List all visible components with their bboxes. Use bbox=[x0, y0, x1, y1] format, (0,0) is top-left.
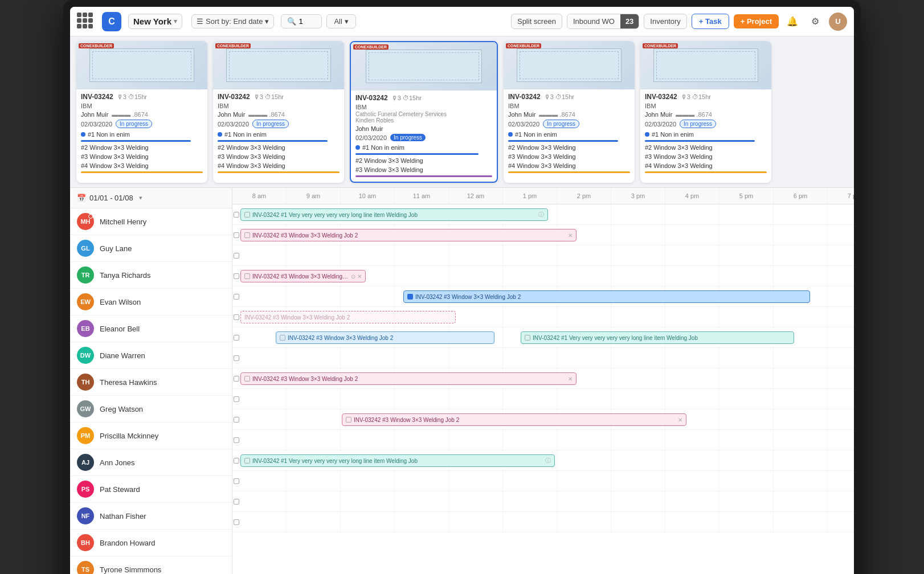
row-checkbox[interactable] bbox=[234, 458, 239, 464]
card-image: CONEXBUILDER bbox=[76, 41, 207, 89]
search-input[interactable] bbox=[299, 17, 316, 26]
sort-selector[interactable]: ☰ Sort by: End date ▾ bbox=[191, 14, 274, 28]
row-checkbox[interactable] bbox=[234, 376, 239, 382]
settings-button[interactable]: ⚙ bbox=[806, 13, 824, 31]
sidebar-person-item[interactable]: DW Diane Warren bbox=[70, 342, 232, 369]
timeline-cell bbox=[828, 348, 854, 368]
row-checkbox[interactable] bbox=[234, 232, 239, 238]
sidebar-person-item[interactable]: GW Greg Watson bbox=[70, 396, 232, 423]
add-project-button[interactable]: + Project bbox=[734, 14, 779, 28]
timeline-cell bbox=[503, 471, 557, 491]
location-label: New York bbox=[133, 17, 171, 26]
timeline-cell bbox=[232, 389, 287, 409]
task-item: #2 Window 3×3 Welding bbox=[218, 143, 340, 152]
row-checkbox[interactable] bbox=[234, 314, 239, 320]
sidebar-person-item[interactable]: GL Guy Lane bbox=[70, 235, 232, 262]
grid-menu-icon[interactable] bbox=[77, 13, 95, 31]
sidebar-person-item[interactable]: PS Pat Steward bbox=[70, 476, 232, 503]
sidebar-person-item[interactable]: BH Brandon Howard bbox=[70, 530, 232, 556]
timeline-cell bbox=[341, 389, 395, 409]
timeline-cell bbox=[719, 409, 774, 429]
sidebar-person-item[interactable]: TS Tyrone Simmmons bbox=[70, 556, 232, 574]
row-checkbox[interactable] bbox=[234, 355, 239, 361]
person-name: Eleanor Bell bbox=[100, 325, 140, 333]
timeline-cell bbox=[611, 389, 665, 409]
status-badge: In progress bbox=[252, 120, 289, 128]
row-checkbox[interactable] bbox=[234, 478, 239, 484]
timeline-cell bbox=[232, 491, 287, 511]
timeline-row: INV-03242 #3 Window 3×3 Welding Job 2INV… bbox=[232, 327, 854, 348]
person-avatar: BH bbox=[77, 534, 94, 551]
row-checkbox[interactable] bbox=[234, 253, 239, 259]
gantt-bar[interactable]: INV-03242 #3 Window 3×3 Welding Job 2✕ bbox=[240, 229, 577, 241]
timeline-cell bbox=[341, 245, 395, 265]
gantt-bar[interactable]: INV-03242 #1 Very very very very very lo… bbox=[521, 331, 794, 344]
person-avatar: EB bbox=[77, 320, 94, 337]
row-checkbox[interactable] bbox=[234, 437, 239, 443]
row-checkbox[interactable] bbox=[234, 519, 239, 525]
work-card[interactable]: CONEXBUILDER INV-03242 🎙3 ⏱15hr IBM John… bbox=[504, 41, 635, 183]
timeline-area[interactable]: 8 am9 am10 am11 am12 am1 pm2 pm3 pm4 pm5… bbox=[232, 188, 854, 574]
add-task-button[interactable]: + Task bbox=[692, 14, 729, 29]
user-avatar[interactable]: U bbox=[829, 13, 847, 31]
timeline-cell bbox=[665, 348, 719, 368]
person-avatar: DW bbox=[77, 347, 94, 364]
timeline-cell bbox=[557, 491, 611, 511]
row-checkbox[interactable] bbox=[234, 212, 239, 218]
notifications-button[interactable]: 🔔 bbox=[783, 13, 802, 31]
inventory-button[interactable]: Inventory bbox=[644, 14, 686, 29]
card-hours: 🎙3 ⏱15hr bbox=[391, 95, 422, 101]
sidebar-person-item[interactable]: EW Evan Wilson bbox=[70, 289, 232, 315]
gantt-bar[interactable]: INV-03242 #1 Very very very very very lo… bbox=[240, 208, 548, 221]
timeline-cell bbox=[395, 512, 449, 532]
row-checkbox[interactable] bbox=[234, 417, 239, 423]
gantt-bar[interactable]: INV-03242 #3 Window 3×3 Welding Job 2⊙ ✕ bbox=[240, 270, 366, 282]
sidebar-person-item[interactable]: NF Nathan Fisher bbox=[70, 503, 232, 530]
timeline-row bbox=[232, 245, 854, 266]
work-card[interactable]: CONEXBUILDER INV-03242 🎙3 ⏱15hr IBM John… bbox=[213, 41, 344, 183]
row-checkbox[interactable] bbox=[234, 335, 239, 341]
sidebar-person-item[interactable]: PM Priscilla Mckinney bbox=[70, 423, 232, 449]
timeline-cell bbox=[503, 245, 557, 265]
sidebar-person-item[interactable]: EB Eleanor Bell bbox=[70, 315, 232, 342]
work-card[interactable]: CONEXBUILDER INV-03242 🎙3 ⏱15hr IBM John… bbox=[76, 41, 207, 183]
split-screen-button[interactable]: Split screen bbox=[511, 14, 562, 29]
sidebar-person-item[interactable]: AJ Ann Jones bbox=[70, 449, 232, 476]
gantt-bar[interactable]: INV-03242 #3 Window 3×3 Welding Job 2 bbox=[276, 331, 494, 344]
gantt-bar[interactable]: INV-03242 #3 Window 3×3 Welding Job 2 bbox=[240, 311, 456, 323]
timeline-cell bbox=[287, 430, 341, 450]
card-date: 02/03/2020 bbox=[81, 121, 112, 128]
chevron-down-icon: ▾ bbox=[139, 194, 142, 202]
card-image: CONEXBUILDER bbox=[351, 42, 497, 91]
location-selector[interactable]: New York ▾ bbox=[128, 14, 182, 29]
gantt-bar[interactable]: INV-03242 #3 Window 3×3 Welding Job 2 bbox=[403, 290, 810, 303]
sidebar-person-item[interactable]: TH Theresa Hawkins bbox=[70, 369, 232, 396]
filter-selector[interactable]: All ▾ bbox=[326, 14, 355, 28]
sidebar-person-item[interactable]: MH Mitchell Henry bbox=[70, 208, 232, 235]
task-item: #2 Window 3×3 Welding bbox=[508, 143, 630, 152]
row-checkbox[interactable] bbox=[234, 294, 239, 300]
gantt-bar[interactable]: INV-03242 #3 Window 3×3 Welding Job 2✕ bbox=[240, 372, 577, 385]
task-item: #2 Window 3×3 Welding bbox=[81, 143, 203, 152]
timeline-cell bbox=[719, 450, 774, 470]
work-card[interactable]: CONEXBUILDER INV-03242 🎙3 ⏱15hr IBM John… bbox=[640, 41, 771, 183]
date-range-header[interactable]: 📅 01/01 - 01/08 ▾ bbox=[70, 188, 232, 208]
gantt-bar[interactable]: INV-03242 #3 Window 3×3 Welding Job 2✕ bbox=[342, 413, 686, 426]
inbound-wo-button[interactable]: Inbound WO 23 bbox=[567, 14, 639, 29]
work-card-expanded[interactable]: CONEXBUILDER INV-03242 🎙3 ⏱15hr IBM Cath… bbox=[350, 41, 498, 183]
search-box[interactable]: 🔍 bbox=[281, 14, 322, 28]
timeline-cell bbox=[232, 286, 287, 306]
row-checkbox[interactable] bbox=[234, 396, 239, 402]
timeline-cell bbox=[774, 245, 828, 265]
row-checkbox[interactable] bbox=[234, 273, 239, 279]
timeline-row: INV-03242 #3 Window 3×3 Welding Job 2✕ bbox=[232, 409, 854, 430]
time-label: 1 pm bbox=[503, 188, 557, 204]
chevron-down-icon: ▾ bbox=[345, 17, 349, 26]
row-checkbox[interactable] bbox=[234, 499, 239, 505]
gantt-bar[interactable]: INV-03242 #1 Very very very very very lo… bbox=[240, 454, 555, 467]
online-indicator bbox=[88, 214, 93, 219]
timeline-cell bbox=[611, 471, 665, 491]
sidebar-person-item[interactable]: TR Tanya Richards bbox=[70, 262, 232, 289]
person-name: Brandon Howard bbox=[100, 539, 156, 547]
avatar-wrap: TH bbox=[77, 374, 94, 391]
